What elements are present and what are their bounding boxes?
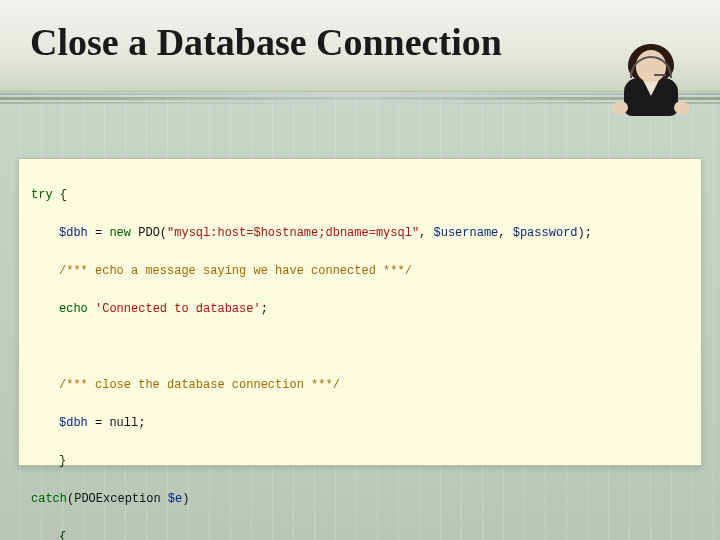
- code-token: $password: [513, 226, 578, 240]
- code-token: {: [53, 188, 67, 202]
- avatar-collar-icon: [643, 80, 659, 96]
- code-comment: /*** echo a message saying we have conne…: [59, 264, 412, 278]
- code-token: }: [59, 454, 66, 468]
- code-token: new: [109, 226, 131, 240]
- code-token: 'Connected to database': [95, 302, 261, 316]
- code-block: try { $dbh = new PDO("mysql:host=$hostna…: [18, 158, 702, 466]
- code-token: ): [182, 492, 189, 506]
- code-token: =: [88, 226, 110, 240]
- microphone-icon: [654, 74, 666, 76]
- code-token: [88, 302, 95, 316]
- code-token: PDO(: [131, 226, 167, 240]
- code-token: "mysql:host=$hostname;dbname=mysql": [167, 226, 419, 240]
- page-title: Close a Database Connection: [30, 20, 502, 64]
- code-token: $e: [168, 492, 182, 506]
- slide: Close a Database Connection try { $dbh =…: [0, 0, 720, 540]
- code-token: ,: [419, 226, 433, 240]
- code-token: echo: [59, 302, 88, 316]
- avatar: [610, 42, 692, 124]
- code-token: $dbh: [59, 416, 88, 430]
- code-token: {: [59, 530, 66, 540]
- code-token: ,: [498, 226, 512, 240]
- code-comment: /*** close the database connection ***/: [59, 378, 340, 392]
- code-token: catch: [31, 492, 67, 506]
- code-token: $username: [434, 226, 499, 240]
- code-content: try { $dbh = new PDO("mysql:host=$hostna…: [31, 169, 689, 540]
- code-token: );: [578, 226, 592, 240]
- code-token: = null;: [88, 416, 146, 430]
- code-token: (PDOException: [67, 492, 168, 506]
- code-token: $dbh: [59, 226, 88, 240]
- code-token: try: [31, 188, 53, 202]
- code-token: ;: [261, 302, 268, 316]
